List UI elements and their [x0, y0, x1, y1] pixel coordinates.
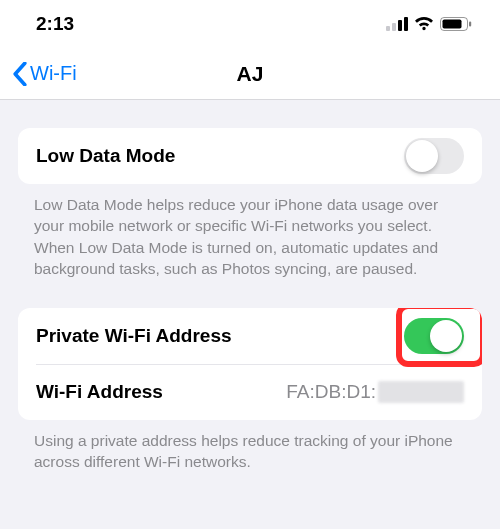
group-address: Private Wi-Fi Address Wi-Fi Address FA:D… [18, 308, 482, 420]
low-data-mode-toggle[interactable] [404, 138, 464, 174]
svg-rect-5 [443, 20, 462, 29]
group-low-data: Low Data Mode [18, 128, 482, 184]
group-footer: Using a private address helps reduce tra… [0, 420, 500, 473]
nav-bar: Wi-Fi AJ [0, 48, 500, 100]
redacted-icon [378, 381, 464, 403]
status-bar: 2:13 [0, 0, 500, 48]
chevron-left-icon [12, 62, 28, 86]
row-label: Private Wi-Fi Address [36, 325, 232, 347]
wifi-icon [414, 17, 434, 31]
status-right [386, 17, 472, 31]
group-footer: Low Data Mode helps reduce your iPhone d… [0, 184, 500, 280]
wifi-address-value: FA:DB:D1: [286, 381, 464, 403]
row-label: Wi-Fi Address [36, 381, 163, 403]
svg-rect-0 [386, 26, 390, 31]
content: Low Data Mode Low Data Mode helps reduce… [0, 100, 500, 472]
svg-rect-1 [392, 23, 396, 31]
private-wifi-address-toggle[interactable] [404, 318, 464, 354]
back-button[interactable]: Wi-Fi [12, 62, 77, 86]
back-label: Wi-Fi [30, 62, 77, 85]
battery-icon [440, 17, 472, 31]
svg-rect-6 [469, 22, 471, 27]
row-label: Low Data Mode [36, 145, 175, 167]
svg-rect-3 [404, 17, 408, 31]
cellular-icon [386, 17, 408, 31]
svg-rect-2 [398, 20, 402, 31]
status-time: 2:13 [36, 13, 74, 35]
row-low-data-mode[interactable]: Low Data Mode [18, 128, 482, 184]
row-wifi-address: Wi-Fi Address FA:DB:D1: [36, 364, 482, 420]
row-private-wifi-address[interactable]: Private Wi-Fi Address [18, 308, 482, 364]
